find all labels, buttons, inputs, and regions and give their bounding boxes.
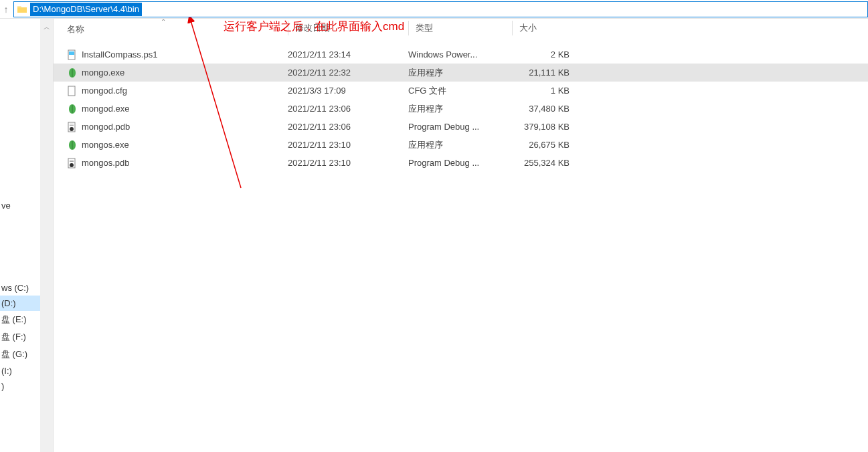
annotation-label: 运行客户端之后，在此界面输入cmd xyxy=(224,19,404,34)
nav-pane[interactable]: ve ws (C:)(D:)盘 (E:)盘 (F:)盘 (G:)(I:)) xyxy=(0,19,40,452)
file-name-cell: InstallCompass.ps1 xyxy=(67,49,288,60)
file-size-cell: 26,675 KB xyxy=(512,140,572,150)
svg-rect-10 xyxy=(70,160,74,160)
file-row[interactable]: mongod.exe2021/2/11 23:06应用程序37,480 KB xyxy=(54,100,868,118)
file-name-label: mongod.pdb xyxy=(82,122,130,132)
file-name-cell: mongos.exe xyxy=(67,140,288,150)
ps1-icon xyxy=(67,49,78,60)
file-name-label: mongod.cfg xyxy=(82,86,127,96)
file-size-cell: 37,480 KB xyxy=(512,104,572,114)
file-type-cell: CFG 文件 xyxy=(408,85,512,97)
file-name-cell: mongod.exe xyxy=(67,104,288,114)
file-name-label: mongos.pdb xyxy=(82,158,130,168)
file-name-label: mongo.exe xyxy=(82,68,124,78)
file-row[interactable]: mongod.cfg2021/3/3 17:09CFG 文件1 KB xyxy=(54,82,868,100)
svg-point-9 xyxy=(70,163,74,167)
columns-header[interactable]: 名称 ⌃ 修改日期 类型 大小 xyxy=(54,19,868,41)
file-type-cell: Program Debug ... xyxy=(408,122,512,132)
nav-item[interactable]: ve xyxy=(0,198,40,213)
col-type-label: 类型 xyxy=(416,22,433,34)
file-date-cell: 2021/3/3 17:09 xyxy=(288,86,408,96)
leaf-icon xyxy=(67,140,78,150)
pdb-icon xyxy=(67,158,78,168)
file-type-cell: Windows Power... xyxy=(408,49,512,60)
file-row[interactable]: mongo.exe2021/2/11 22:32应用程序21,111 KB xyxy=(54,64,868,82)
svg-point-5 xyxy=(70,127,74,131)
file-type-cell: 应用程序 xyxy=(408,67,512,79)
file-date-cell: 2021/2/11 23:10 xyxy=(288,158,408,168)
file-row[interactable]: mongos.exe2021/2/11 23:10应用程序26,675 KB xyxy=(54,136,868,154)
nav-item[interactable]: ws (C:) xyxy=(0,280,40,296)
address-path[interactable]: D:\MongoDB\Server\4.4\bin xyxy=(30,3,142,16)
nav-item[interactable]: 盘 (G:) xyxy=(0,346,40,363)
file-date-cell: 2021/2/11 22:32 xyxy=(288,68,408,78)
address-bar[interactable]: D:\MongoDB\Server\4.4\bin xyxy=(13,1,868,17)
scroll-up-icon[interactable]: ︿ xyxy=(41,21,52,33)
col-size-label: 大小 xyxy=(519,22,537,34)
up-arrow-icon[interactable]: ↑ xyxy=(0,4,12,15)
file-name-cell: mongod.pdb xyxy=(67,122,288,132)
file-type-cell: 应用程序 xyxy=(408,139,512,151)
col-header-type[interactable]: 类型 xyxy=(408,21,512,35)
file-list: 名称 ⌃ 修改日期 类型 大小 InstallCompass.ps12021/2… xyxy=(54,19,868,452)
file-size-cell: 21,111 KB xyxy=(512,68,572,78)
file-name-cell: mongos.pdb xyxy=(67,158,288,168)
file-date-cell: 2021/2/11 23:06 xyxy=(288,122,408,132)
file-name-cell: mongod.cfg xyxy=(67,86,288,96)
file-date-cell: 2021/2/11 23:10 xyxy=(288,140,408,150)
file-rows-container: InstallCompass.ps12021/2/11 23:14Windows… xyxy=(54,41,868,172)
leaf-icon xyxy=(67,68,78,78)
col-header-size[interactable]: 大小 xyxy=(512,21,572,35)
pdb-icon xyxy=(67,122,78,132)
file-row[interactable]: InstallCompass.ps12021/2/11 23:14Windows… xyxy=(54,45,868,64)
file-size-cell: 2 KB xyxy=(512,49,572,60)
file-row[interactable]: mongos.pdb2021/2/11 23:10Program Debug .… xyxy=(54,154,868,172)
nav-item[interactable]: 盘 (F:) xyxy=(0,328,40,346)
svg-rect-2 xyxy=(69,51,74,55)
file-size-cell: 379,108 KB xyxy=(512,122,572,132)
nav-item[interactable] xyxy=(0,193,40,198)
file-size-cell: 255,324 KB xyxy=(512,158,572,168)
leaf-icon xyxy=(67,104,78,114)
file-date-cell: 2021/2/11 23:06 xyxy=(288,104,408,114)
nav-item[interactable]: (D:) xyxy=(0,296,40,311)
svg-rect-7 xyxy=(70,125,74,126)
col-name-label: 名称 xyxy=(67,24,84,34)
svg-rect-6 xyxy=(70,124,74,124)
file-name-cell: mongo.exe xyxy=(67,68,288,78)
file-name-label: mongod.exe xyxy=(82,104,130,114)
main-area: ve ws (C:)(D:)盘 (E:)盘 (F:)盘 (G:)(I:)) ︿ … xyxy=(0,19,868,452)
cfg-icon xyxy=(67,86,78,96)
svg-rect-11 xyxy=(70,161,74,162)
file-name-label: mongos.exe xyxy=(82,140,129,150)
nav-scrollbar[interactable]: ︿ xyxy=(40,19,54,452)
file-row[interactable]: mongod.pdb2021/2/11 23:06Program Debug .… xyxy=(54,118,868,136)
address-bar-row: ↑ D:\MongoDB\Server\4.4\bin xyxy=(0,0,868,19)
file-date-cell: 2021/2/11 23:14 xyxy=(288,49,408,60)
file-type-cell: 应用程序 xyxy=(408,103,512,115)
nav-item[interactable]: (I:) xyxy=(0,363,40,378)
file-type-cell: Program Debug ... xyxy=(408,158,512,168)
folder-icon xyxy=(17,4,27,15)
nav-item[interactable]: ) xyxy=(0,378,40,394)
file-size-cell: 1 KB xyxy=(512,86,572,96)
sort-indicator-icon: ⌃ xyxy=(161,19,166,25)
svg-rect-3 xyxy=(68,86,75,96)
nav-item[interactable]: 盘 (E:) xyxy=(0,311,40,328)
file-name-label: InstallCompass.ps1 xyxy=(82,49,157,60)
